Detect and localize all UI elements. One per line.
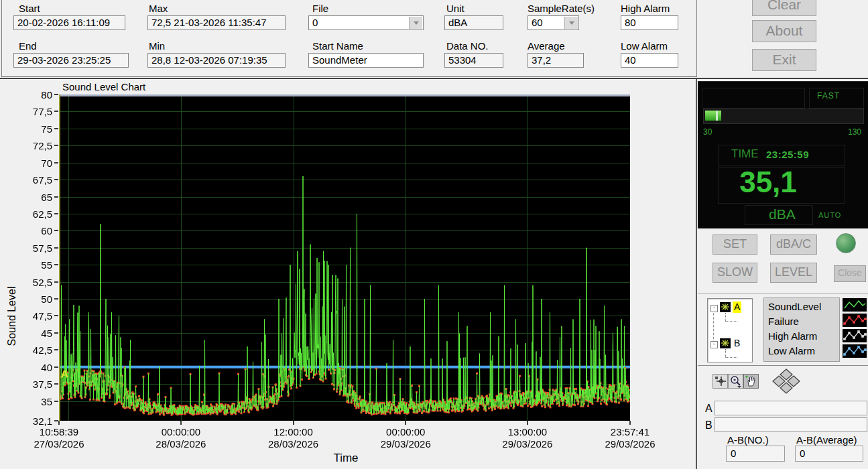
- cursor-a-field[interactable]: [715, 401, 867, 415]
- y-tick-label: 72,5: [12, 141, 52, 151]
- x-tick-mark: [293, 421, 294, 425]
- legend-item-low-alarm[interactable]: Low Alarm: [768, 344, 839, 358]
- y-tick-mark: [54, 298, 58, 299]
- y-tick-mark: [54, 213, 58, 214]
- meter-display: FAST 30 130 TIME 23:25:59 35,1 dBA AUTO: [698, 81, 868, 228]
- tree-connector: [725, 357, 737, 358]
- max-field[interactable]: 72,5 21-03-2026 11:35:47: [147, 15, 286, 30]
- cursor-tool-icon[interactable]: [712, 374, 728, 389]
- y-tick-label: 47,5: [12, 311, 52, 321]
- y-tick-label: 70: [12, 158, 52, 168]
- y-tick-label: 65: [12, 192, 52, 202]
- legend-item-high-alarm[interactable]: High Alarm: [768, 329, 839, 344]
- y-tick-label: 67,5: [12, 175, 52, 185]
- y-tick-label: 45: [12, 328, 52, 338]
- sound-level-plot[interactable]: [59, 94, 630, 421]
- y-tick-label: 62,5: [12, 209, 52, 219]
- cursor-b-field[interactable]: [715, 417, 867, 432]
- set-button[interactable]: SET: [712, 234, 757, 255]
- y-tick-mark: [54, 162, 58, 163]
- tree-expander-icon[interactable]: -: [710, 305, 718, 312]
- low-alarm-label: Low Alarm: [621, 40, 668, 52]
- tree-expander-icon[interactable]: -: [710, 341, 718, 348]
- start-label: Start: [19, 3, 40, 14]
- about-button[interactable]: About: [752, 20, 816, 42]
- tree-connector: [725, 313, 726, 321]
- low-alarm-field[interactable]: 40: [621, 53, 678, 68]
- data-no-label: Data NO.: [446, 40, 489, 52]
- pan-tool-icon[interactable]: [743, 374, 759, 389]
- y-tick-mark: [54, 179, 58, 180]
- file-combo-value: 0: [312, 17, 318, 28]
- nav-diamond[interactable]: [770, 368, 802, 398]
- sample-rate-combo[interactable]: 60: [528, 15, 579, 30]
- y-tick-mark: [54, 401, 58, 402]
- y-tick-label: 57,5: [12, 243, 52, 253]
- legend-item-soundlevel[interactable]: SoundLevel: [768, 299, 839, 314]
- y-tick-mark: [54, 145, 58, 146]
- tree-node-b[interactable]: -B: [708, 338, 751, 350]
- cursor-a-label: A: [705, 403, 712, 415]
- y-tick-mark: [54, 94, 58, 95]
- tree-node-label[interactable]: A: [733, 302, 741, 313]
- y-tick-label: 60: [12, 226, 52, 236]
- close-button[interactable]: Close: [834, 265, 866, 282]
- dba-c-button[interactable]: dBA/C: [770, 234, 817, 255]
- bezel: [702, 88, 805, 109]
- level-bar-fill: [718, 111, 721, 121]
- divider: [696, 79, 697, 469]
- chevron-down-icon[interactable]: [564, 17, 578, 29]
- y-tick-mark: [54, 349, 58, 350]
- y-tick-mark: [54, 230, 58, 231]
- x-tick-mark: [58, 421, 60, 425]
- time-value: 23:25:59: [766, 149, 809, 160]
- legend-item-failure[interactable]: Failure: [768, 314, 839, 329]
- file-label: File: [312, 3, 328, 14]
- sample-rate-value: 60: [532, 17, 543, 28]
- min-field[interactable]: 28,8 12-03-2026 07:19:35: [147, 53, 286, 68]
- level-button[interactable]: LEVEL: [770, 263, 817, 283]
- legend-line-icon[interactable]: [843, 344, 867, 358]
- high-alarm-field[interactable]: 80: [621, 15, 678, 30]
- ab-no-field[interactable]: 0: [726, 446, 785, 462]
- x-tick-mark: [180, 421, 182, 425]
- file-combo[interactable]: 0: [308, 15, 424, 30]
- x-tick-label: 10:58:3927/03/2026: [34, 426, 84, 450]
- y-tick-mark: [54, 315, 58, 316]
- slow-button[interactable]: SLOW: [712, 263, 757, 283]
- plot-glyph-icon: [720, 338, 731, 348]
- unit-field[interactable]: dBA: [444, 15, 503, 30]
- legend-line-icon[interactable]: [843, 314, 867, 327]
- zoom-tool-icon[interactable]: [728, 374, 743, 389]
- y-tick-label: 80: [12, 90, 52, 100]
- time-label: TIME: [731, 147, 759, 161]
- start-field[interactable]: 20-02-2026 16:11:09: [13, 15, 125, 30]
- start-name-field[interactable]: SoundMeter: [308, 53, 424, 68]
- start-name-label: Start Name: [312, 40, 363, 52]
- legend-line-icon[interactable]: [843, 298, 867, 312]
- clear-button[interactable]: Clear: [752, 0, 816, 16]
- cursor-a-marker[interactable]: A: [61, 368, 68, 379]
- chevron-down-icon[interactable]: [409, 17, 422, 29]
- ab-average-field[interactable]: 0: [795, 446, 863, 462]
- top-fields-panel: Start 20-02-2026 16:11:09 End 29-03-2026…: [0, 0, 868, 78]
- tree-node-label[interactable]: B: [733, 338, 741, 349]
- high-alarm-label: High Alarm: [621, 3, 670, 14]
- plot-glyph-icon: [720, 302, 731, 312]
- y-tick-label: 52,5: [12, 277, 52, 287]
- data-no-field[interactable]: 53304: [444, 53, 503, 68]
- x-tick-label: 23:57:4129/03/2026: [605, 426, 655, 450]
- y-tick-label: 32,1: [12, 416, 52, 426]
- end-field[interactable]: 29-03-2026 23:25:25: [13, 53, 129, 68]
- exit-button[interactable]: Exit: [752, 49, 816, 71]
- led-indicator: [836, 233, 856, 253]
- average-field[interactable]: 37,2: [528, 53, 584, 68]
- cursor-panel: A B A-B(NO.) 0 A-B(Average) 0: [698, 366, 868, 469]
- y-tick-label: 55: [12, 260, 52, 270]
- y-tick-label: 35: [12, 397, 52, 407]
- legend-line-icon[interactable]: [843, 329, 867, 342]
- bar-min-label: 30: [703, 127, 712, 137]
- y-tick-mark: [54, 128, 58, 129]
- tree-node-a[interactable]: -A: [708, 302, 751, 314]
- x-tick-label: 12:00:0028/03/2026: [268, 426, 318, 450]
